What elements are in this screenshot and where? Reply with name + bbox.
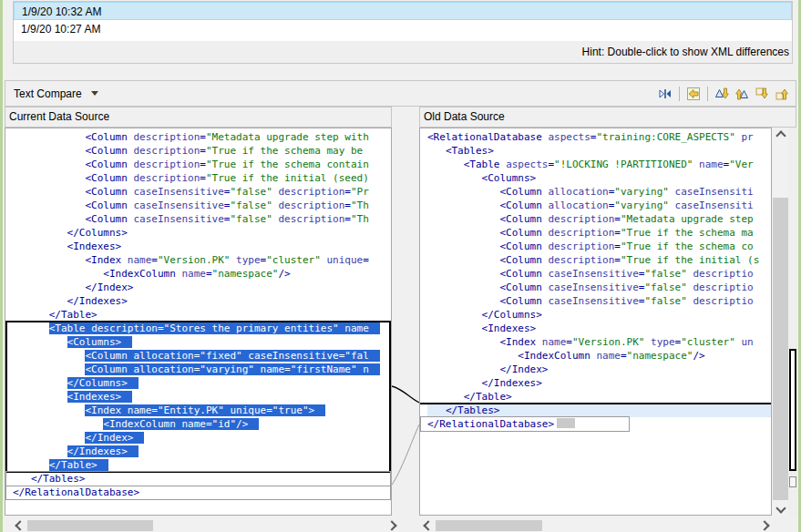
chevron-up-icon bbox=[775, 130, 786, 140]
compare-window: 1/9/20 10:32 AM 1/9/20 10:27 AM Hint: Do… bbox=[0, 0, 801, 532]
code-line: </Index> bbox=[13, 281, 391, 294]
hint-bar: Hint: Double-click to show XML differenc… bbox=[14, 41, 792, 63]
overview-ruler-marker[interactable] bbox=[789, 476, 796, 487]
code-line: <Table aspects="!LOCKING !PARTITIONED" n… bbox=[427, 158, 771, 171]
chevron-down-icon bbox=[775, 503, 786, 513]
code-line: <Index name="Entity.PK" unique="true"> bbox=[13, 404, 391, 417]
history-row-selected[interactable]: 1/9/20 10:32 AM bbox=[14, 2, 792, 20]
chevron-right-icon bbox=[759, 520, 769, 530]
previous-difference-button[interactable] bbox=[732, 84, 752, 104]
code-line: <Column description="True if the schema … bbox=[13, 144, 391, 158]
previous-difference-icon bbox=[734, 87, 749, 101]
code-line: </Index> bbox=[13, 431, 391, 445]
code-line: <Columns> bbox=[13, 335, 391, 349]
code-line: </Table> bbox=[13, 308, 391, 322]
code-line: </Indexes> bbox=[427, 376, 771, 390]
copy-right-to-left-button[interactable] bbox=[683, 84, 703, 104]
swap-view-button[interactable] bbox=[655, 84, 675, 104]
code-line: <Indexes> bbox=[13, 240, 391, 253]
code-line: <Column caseInsensitive="false" descript… bbox=[13, 199, 391, 212]
vertical-scrollbar-thumb[interactable] bbox=[773, 198, 788, 500]
code-line: <Column description="Metadata upgrade st… bbox=[13, 130, 391, 144]
code-line: <Column caseInsensitive="false" descript… bbox=[427, 294, 771, 308]
code-line: <IndexColumn name="namespace"/> bbox=[13, 267, 391, 281]
right-horizontal-scrollbar[interactable] bbox=[421, 519, 772, 532]
code-line: <Column allocation="varying" caseInsensi… bbox=[427, 185, 771, 199]
selected-diff-connector bbox=[392, 386, 419, 403]
history-timestamp: 1/9/20 10:27 AM bbox=[21, 23, 100, 36]
scroll-right-button[interactable] bbox=[385, 519, 399, 532]
code-line: </Tables> bbox=[13, 472, 391, 486]
next-difference-button[interactable] bbox=[712, 84, 732, 104]
current-source-code: <Column description="Metadata upgrade st… bbox=[5, 128, 391, 515]
code-line: <Column caseInsensitive="false" descript… bbox=[13, 212, 391, 226]
code-line: <Column description="True if the schema … bbox=[13, 158, 391, 171]
empty-range-marker bbox=[557, 418, 575, 428]
vertical-scrollbar[interactable] bbox=[772, 128, 789, 516]
code-line: <Column caseInsensitive="false" descript… bbox=[427, 281, 771, 294]
horizontal-scrollbar-thumb[interactable] bbox=[27, 520, 153, 531]
chevron-right-icon bbox=[386, 520, 396, 530]
code-line: </Columns> bbox=[13, 226, 391, 240]
hint-text: Hint: Double-click to show XML differenc… bbox=[582, 46, 789, 58]
code-line: <Column allocation="varying" name="first… bbox=[13, 363, 391, 376]
left-pane-title: Current Data Source bbox=[5, 107, 392, 128]
code-line: <Column caseInsensitive="false" descript… bbox=[427, 267, 771, 281]
code-line: </Table> bbox=[13, 458, 391, 472]
current-source-pane[interactable]: <Column description="Metadata upgrade st… bbox=[5, 128, 392, 516]
code-line: <IndexColumn name="namespace"/> bbox=[427, 349, 771, 363]
right-pane-title-text: Old Data Source bbox=[424, 110, 505, 123]
right-pane-title: Old Data Source bbox=[419, 107, 796, 128]
code-line: </RelationalDatabase> bbox=[427, 417, 771, 431]
history-row[interactable]: 1/9/20 10:27 AM bbox=[14, 20, 792, 38]
copy-left-icon bbox=[686, 87, 701, 101]
code-line: <Column allocation="fixed" caseInsensiti… bbox=[13, 349, 391, 363]
left-horizontal-scrollbar[interactable] bbox=[13, 519, 399, 532]
next-change-icon bbox=[755, 87, 769, 101]
code-line: <Indexes> bbox=[427, 322, 771, 335]
code-line: <Column description="True if the schema … bbox=[427, 226, 771, 240]
diff-connector bbox=[392, 425, 419, 485]
code-line: <Column description="True if the initial… bbox=[427, 253, 771, 267]
overview-ruler[interactable] bbox=[788, 128, 798, 516]
code-line: <Index name="Version.PK" type="cluster" … bbox=[13, 253, 391, 267]
code-line: <Indexes> bbox=[13, 390, 391, 404]
compare-mode-label: Text Compare bbox=[14, 87, 82, 100]
next-difference-icon bbox=[714, 87, 729, 101]
compare-mode-selector[interactable]: Text Compare bbox=[14, 87, 98, 100]
code-line: </Columns> bbox=[427, 308, 771, 322]
history-timestamp: 1/9/20 10:32 AM bbox=[22, 5, 101, 18]
code-line: </Tables> bbox=[427, 404, 771, 417]
toolbar-separator bbox=[707, 87, 708, 101]
revision-history-panel: 1/9/20 10:32 AM 1/9/20 10:27 AM Hint: Do… bbox=[13, 1, 793, 64]
code-line: </Table> bbox=[427, 390, 771, 404]
compare-toolbar-buttons bbox=[655, 84, 792, 104]
code-line: <Column description="Metadata upgrade st… bbox=[427, 212, 771, 226]
diff-connector-area bbox=[392, 128, 419, 516]
window-edge-left bbox=[0, 0, 3, 532]
horizontal-scrollbar-thumb[interactable] bbox=[436, 520, 542, 531]
code-line: <RelationalDatabase aspects="training:CO… bbox=[427, 130, 771, 144]
scroll-up-button[interactable] bbox=[772, 128, 789, 143]
code-line: </Index> bbox=[427, 363, 771, 376]
scroll-left-button[interactable] bbox=[13, 519, 27, 532]
chevron-down-icon bbox=[91, 91, 98, 96]
next-change-button[interactable] bbox=[752, 84, 772, 104]
chevron-left-icon bbox=[423, 520, 433, 530]
overview-ruler-selected-marker[interactable] bbox=[789, 349, 796, 471]
code-line: <Column caseInsensitive="false" descript… bbox=[13, 185, 391, 199]
scroll-right-button[interactable] bbox=[757, 519, 772, 532]
code-line: </Columns> bbox=[13, 376, 391, 390]
code-line: <Column description="True if the schema … bbox=[427, 240, 771, 253]
scroll-down-button[interactable] bbox=[772, 500, 789, 516]
toolbar-separator bbox=[679, 87, 680, 101]
code-line: <Column allocation="varying" caseInsensi… bbox=[427, 199, 771, 212]
previous-change-button[interactable] bbox=[772, 84, 792, 104]
swap-view-icon bbox=[658, 87, 673, 101]
code-line: <Columns> bbox=[427, 171, 771, 185]
code-line: <Table description="Stores the primary e… bbox=[13, 322, 391, 335]
code-line: <Index name="Version.PK" type="cluster" … bbox=[427, 335, 771, 349]
scroll-left-button[interactable] bbox=[421, 519, 436, 532]
previous-change-icon bbox=[775, 87, 789, 101]
old-source-pane[interactable]: <RelationalDatabase aspects="training:CO… bbox=[419, 128, 772, 516]
